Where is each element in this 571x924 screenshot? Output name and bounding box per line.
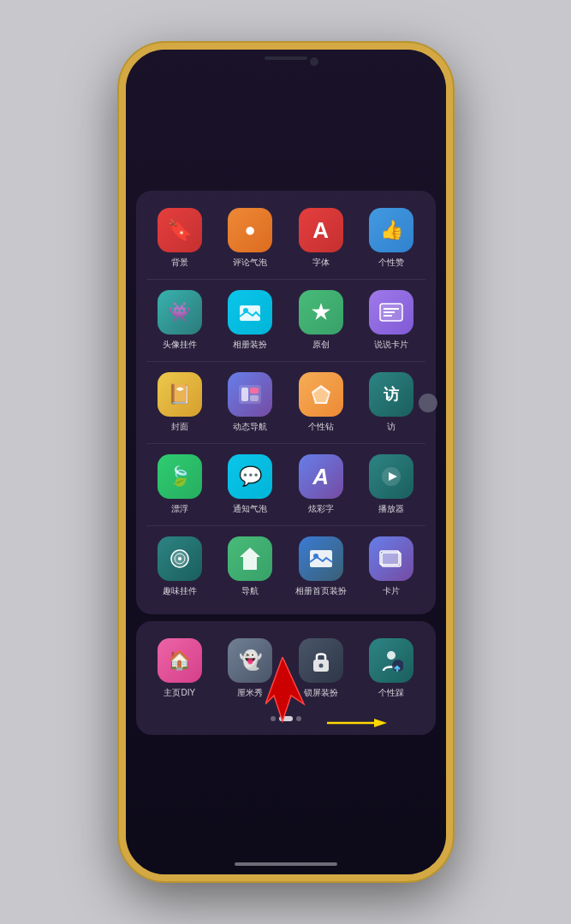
grid-row-4: 🍃 漂浮 💬 通知气泡 A: [146, 447, 425, 522]
hobby-label: 趣味挂件: [163, 585, 197, 597]
grid-row-1: 🔖 背景 ● 评论气泡 A: [146, 201, 425, 275]
bg-label: 背景: [171, 257, 188, 269]
bottom-grid: 🏠 主页DIY 👻 厘米秀: [146, 631, 425, 706]
bg-icon: 🔖: [158, 208, 202, 252]
float-label: 漂浮: [171, 503, 188, 515]
bottom-panel: 🏠 主页DIY 👻 厘米秀: [136, 621, 436, 735]
lock-dress-label: 锁屏装扮: [304, 687, 338, 699]
grid-item-lock-dress[interactable]: 锁屏装扮: [288, 631, 355, 706]
album-cover-icon: [299, 536, 343, 581]
notch: [235, 50, 337, 74]
notify-icon: 💬: [228, 454, 272, 499]
grid-item-cover[interactable]: 📔 封面: [146, 365, 214, 440]
top-area: [126, 80, 446, 191]
like-icon: 👍: [369, 208, 413, 252]
grid-item-personality[interactable]: 个性踩: [358, 631, 425, 706]
grid-item-like[interactable]: 👍 个性赞: [358, 201, 425, 275]
home-diy-label: 主页DIY: [164, 687, 195, 699]
grid-item-notify[interactable]: 💬 通知气泡: [217, 447, 284, 522]
grid-item-diamond[interactable]: 个性钻: [288, 365, 355, 440]
card2-label: 卡片: [383, 585, 400, 597]
dot-2: [279, 716, 293, 721]
svg-point-24: [387, 651, 396, 660]
grid-item-home-diy[interactable]: 🏠 主页DIY: [146, 631, 214, 706]
like-label: 个性赞: [378, 257, 404, 269]
grid-row-2: 👾 头像挂件 相册装扮: [146, 283, 425, 358]
card-label: 说说卡片: [374, 339, 408, 351]
grid-item-comment[interactable]: ● 评论气泡: [217, 201, 284, 275]
svg-rect-21: [380, 551, 399, 565]
colortext-label: 炫彩字: [308, 503, 334, 515]
font-icon: A: [299, 208, 343, 252]
visit-icon: 访: [369, 372, 413, 417]
nav2-icon: [228, 536, 272, 581]
grid-item-centimeter[interactable]: 👻 厘米秀: [217, 631, 284, 706]
svg-rect-7: [241, 388, 248, 401]
grid-row-3: 📔 封面: [146, 365, 425, 440]
grid-item-colortext[interactable]: A 炫彩字: [288, 447, 355, 522]
home-indicator: [235, 862, 337, 866]
swipe-indicator: [146, 713, 425, 725]
divider-1: [146, 279, 425, 280]
comment-icon: ●: [228, 208, 272, 252]
grid-item-bg[interactable]: 🔖 背景: [146, 201, 214, 275]
screen-content: 🔖 背景 ● 评论气泡 A: [126, 50, 446, 874]
divider-3: [146, 443, 425, 444]
original-icon: [299, 290, 343, 335]
hobby-icon: [158, 536, 202, 581]
grid-item-card[interactable]: 说说卡片: [358, 283, 425, 358]
avatar-label: 头像挂件: [163, 339, 197, 351]
card-icon: [369, 290, 413, 335]
grid-item-album[interactable]: 相册装扮: [217, 283, 284, 358]
svg-rect-9: [250, 395, 259, 401]
phone-inner: 🔖 背景 ● 评论气泡 A: [126, 50, 446, 874]
grid-item-hobby[interactable]: 趣味挂件: [146, 530, 214, 604]
phone-frame: 🔖 背景 ● 评论气泡 A: [119, 43, 453, 881]
album-icon: [228, 290, 272, 335]
nav-icon: [228, 372, 272, 417]
personality-label: 个性踩: [378, 687, 404, 699]
grid-item-avatar[interactable]: 👾 头像挂件: [146, 283, 214, 358]
lock-dress-icon: [299, 638, 343, 683]
centimeter-label: 厘米秀: [237, 687, 263, 699]
personality-icon: [369, 638, 413, 683]
svg-marker-27: [374, 719, 387, 727]
speaker: [265, 56, 307, 60]
grid-item-nav[interactable]: 动态导航: [217, 365, 284, 440]
cover-label: 封面: [171, 421, 188, 433]
centimeter-icon: 👻: [228, 638, 272, 683]
divider-2: [146, 361, 425, 362]
nav-label: 动态导航: [233, 421, 267, 433]
original-label: 原创: [312, 339, 330, 351]
grid-item-original[interactable]: 原创: [288, 283, 355, 358]
grid-item-font[interactable]: A 字体: [288, 201, 355, 275]
notify-label: 通知气泡: [233, 503, 267, 515]
divider-4: [146, 525, 425, 526]
grid-item-visit[interactable]: 访 访: [358, 365, 425, 440]
dot-3: [296, 716, 301, 721]
scroll-dot: [419, 394, 437, 412]
svg-point-16: [178, 557, 181, 560]
player-label: 播放器: [378, 503, 404, 515]
grid-item-float[interactable]: 🍃 漂浮: [146, 447, 214, 522]
comment-label: 评论气泡: [233, 257, 267, 269]
grid-item-album-cover[interactable]: 相册首页装扮: [288, 530, 355, 604]
diamond-icon: [299, 372, 343, 417]
album-label: 相册装扮: [233, 339, 267, 351]
grid-item-nav2[interactable]: 导航: [217, 530, 284, 604]
cover-icon: 📔: [158, 372, 202, 417]
avatar-icon: 👾: [158, 290, 202, 335]
float-icon: 🍃: [158, 454, 202, 499]
grid-item-player[interactable]: 播放器: [358, 447, 425, 522]
swipe-arrow-svg: [323, 714, 391, 732]
grid-row-5: 趣味挂件 导航: [146, 530, 425, 604]
main-grid-panel: 🔖 背景 ● 评论气泡 A: [136, 191, 436, 614]
svg-marker-17: [240, 548, 260, 570]
colortext-icon: A: [299, 454, 343, 499]
nav2-label: 导航: [241, 585, 259, 597]
svg-point-23: [318, 664, 323, 668]
player-icon: [369, 454, 413, 499]
svg-rect-8: [250, 388, 259, 394]
grid-item-card2[interactable]: 卡片: [358, 530, 425, 604]
diamond-label: 个性钻: [308, 421, 334, 433]
